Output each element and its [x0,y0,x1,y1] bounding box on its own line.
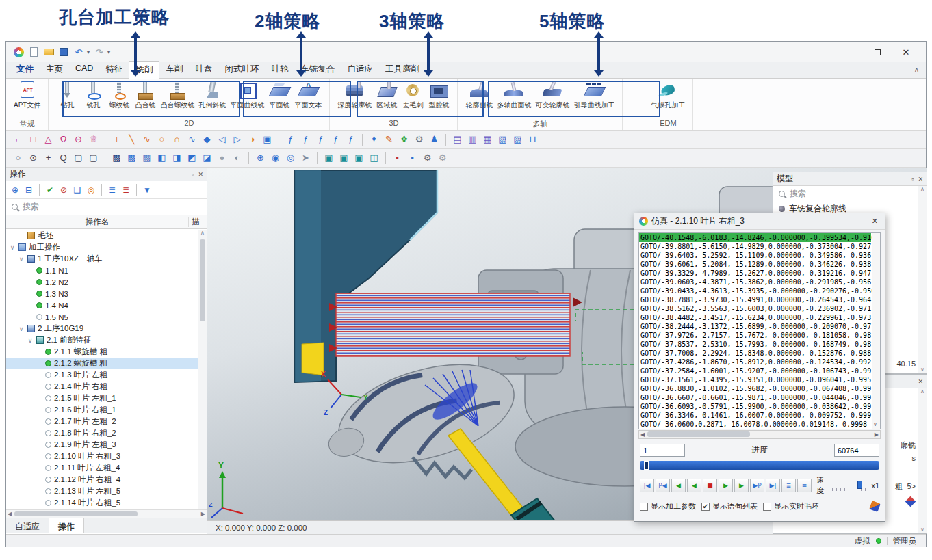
expander-icon[interactable]: ∨ [27,337,34,344]
tab-主页[interactable]: 主页 [40,61,69,78]
tab-工具磨削[interactable]: 工具磨削 [379,61,426,78]
triangle-shape-icon[interactable]: △ [42,133,55,146]
machine-box-icon-1[interactable]: ▣ [322,151,335,165]
progress-slider[interactable] [640,461,879,470]
expander-icon[interactable]: ∨ [9,244,16,251]
gcode-line[interactable]: GOTO/-38.7881,-3.9730,-15.4991,0.000000,… [639,295,871,304]
gcode-line[interactable]: GOTO/-40.1548,-6.0183,-14.8246,-0.000000… [639,233,871,242]
zoom-circle-icon[interactable]: ○ [12,151,25,165]
fly-view-icon[interactable]: ➤ [299,151,312,165]
filter-icon[interactable]: ▼ [141,183,153,197]
zoom-in-icon[interactable]: + [42,151,55,165]
rings-icon[interactable]: ◎ [284,151,297,165]
undo-dropdown-icon[interactable]: ▾ [87,49,92,55]
machine-box-icon-3[interactable]: ▣ [352,151,365,165]
tab-叶盘[interactable]: 叶盘 [189,61,218,78]
delete-operation-icon[interactable]: ⊟ [23,183,35,197]
undo-icon[interactable]: ↶ [72,45,86,59]
view-shaded-icon[interactable]: ▩ [110,151,123,165]
operations-search-input[interactable]: 搜索 [6,199,207,215]
ribbon-item-螺纹铣[interactable]: 螺纹铣 [106,81,132,110]
tree-item[interactable]: 1.2 N2 [6,276,207,288]
tree-item[interactable]: ∨加工操作 [6,241,207,253]
curve-icon[interactable]: ∿ [140,133,153,146]
checkbox-显示实时毛坯[interactable]: 显示实时毛坯 [763,501,819,511]
tree-item[interactable]: ∨2.1 前部特征 [6,334,207,346]
point-icon[interactable]: + [110,133,123,146]
panel-close-icon[interactable]: ✕ [918,378,923,385]
tree-item[interactable]: 2.1.4 叶片 右粗 [6,381,207,392]
tree-vertical-scrollbar[interactable]: ∧ [198,230,207,510]
mirror-right-icon[interactable]: ▷ [231,133,244,146]
magic-select-icon[interactable]: ✦ [367,133,380,146]
maximize-button[interactable] [863,47,892,57]
compare-mode-icon[interactable]: ≡ [797,479,812,492]
minimize-button[interactable]: — [834,47,863,57]
column-desc[interactable]: 描 [189,217,207,227]
view-right-icon[interactable]: ◨ [170,151,183,165]
gcode-list[interactable]: GOTO/-40.1548,-6.0183,-14.8246,-0.000000… [638,232,881,429]
gcode-line[interactable]: GOTO/-36.3346,-0.1461,-16.0007,0.000000,… [639,411,871,420]
stamp-icon-3[interactable]: ▦ [481,133,494,146]
ribbon-item-孔倒斜铣[interactable]: 孔倒斜铣 [196,81,228,110]
quick-access-dropdown-icon[interactable]: ▾ [107,49,113,55]
panel-tab-操作[interactable]: 操作 [49,518,84,533]
gcode-line[interactable]: GOTO/-37.8537,-2.5310,-15.7993,-0.000000… [639,340,871,349]
gcode-line[interactable]: GOTO/-36.6607,-0.6601,-15.9871,-0.000000… [639,393,871,402]
simulation-tool-icon[interactable] [869,501,881,512]
progress-current-input[interactable] [640,444,685,457]
checkbox-显示加工参数[interactable]: 显示加工参数 [640,501,696,511]
arc-icon[interactable]: ∩ [170,133,183,146]
gcode-line[interactable]: GOTO/-37.2584,-1.6001,-15.9207,-0.000000… [639,366,871,375]
column-name[interactable]: 操作名 [6,217,189,227]
gcode-line[interactable]: GOTO/-38.4482,-3.4517,-15.6234,0.000000,… [639,313,871,322]
view-left-icon[interactable]: ◧ [155,151,168,165]
slot-shape-icon[interactable]: ⊖ [72,133,85,146]
tab-铣削[interactable]: 铣削 [129,61,159,79]
function-curve-icon-1[interactable]: ƒ [284,133,297,146]
gcode-line[interactable]: GOTO/-36.0600,0.2871,-16.0078,0.000000,0… [639,420,871,429]
tree-item[interactable]: ∨1 工序10XZ二轴车 [6,253,207,265]
model-search-input[interactable]: 搜索 [773,186,927,202]
zoom-center-icon[interactable]: ⊙ [27,151,40,165]
ribbon-collapse-icon[interactable]: ∧ [914,66,919,73]
settings-icon[interactable]: ⚙ [413,133,426,146]
ribbon-item-凸台螺纹铣[interactable]: 凸台螺纹铣 [158,81,196,110]
gcode-horizontal-scrollbar[interactable]: ◀ ▶ [638,430,881,439]
view-iso-icon[interactable]: ◩ [185,151,198,165]
speed-slider[interactable] [832,481,868,491]
jump-last-button[interactable]: ▶| [766,479,780,492]
tree-horizontal-scrollbar[interactable]: ◀ ▶ [6,509,207,518]
gcode-line[interactable]: GOTO/-39.3329,-4.7989,-15.2627,0.000000,… [639,269,871,278]
ribbon-item-可变轮廓铣[interactable]: 可变轮廓铣 [533,81,571,110]
tab-车铣复合[interactable]: 车铣复合 [294,61,341,78]
stamp-icon-1[interactable]: ▤ [451,133,464,146]
tree-item[interactable]: 1.5 N5 [6,311,207,323]
dialog-close-icon[interactable]: ✕ [870,217,880,226]
stock-red-icon[interactable]: ▪ [391,151,404,165]
scroll-right-icon[interactable]: ▶ [875,431,879,438]
stamp-icon-2[interactable]: ▥ [466,133,479,146]
mirror-left-icon[interactable]: ◁ [216,133,229,146]
step-back-button[interactable]: ◀ [671,479,686,492]
gcode-line[interactable]: GOTO/-39.6403,-5.2592,-15.1109,0.000000,… [639,251,871,260]
play-back-button[interactable]: ◀ [687,479,701,492]
half-circle-icon[interactable]: ◑ [246,133,259,146]
function-curve-icon-4[interactable]: ƒ [329,133,342,146]
progress-slider-thumb[interactable] [644,461,649,470]
region-icon[interactable]: ▣ [261,133,274,146]
save-icon[interactable] [57,45,70,59]
zoom-icon[interactable]: Q [57,151,70,165]
panel-close-icon[interactable]: ✕ [918,176,923,183]
stamp-icon-4[interactable]: ▧ [496,133,509,146]
model-vertical-scrollbar[interactable]: ∧∨ [918,186,927,373]
play-button[interactable]: ▶ [719,479,733,492]
gcode-line[interactable]: GOTO/-37.7008,-2.2924,-15.8348,0.000000,… [639,349,871,358]
ribbon-item-轮廓侧铣[interactable]: 轮廓侧铣 [463,81,495,110]
scroll-left-icon[interactable]: ◀ [8,511,12,517]
gcode-line[interactable]: GOTO/-37.9726,-2.7157,-15.7672,-0.000000… [639,331,871,340]
spline-icon[interactable]: ∿ [185,133,198,146]
checkbox-box[interactable]: ✔ [701,503,710,511]
gcode-line[interactable]: GOTO/-39.6061,-5.2084,-15.1289,0.000000,… [639,260,871,269]
tree-item[interactable]: 2.1.5 叶片 左粗_1 [6,392,207,404]
